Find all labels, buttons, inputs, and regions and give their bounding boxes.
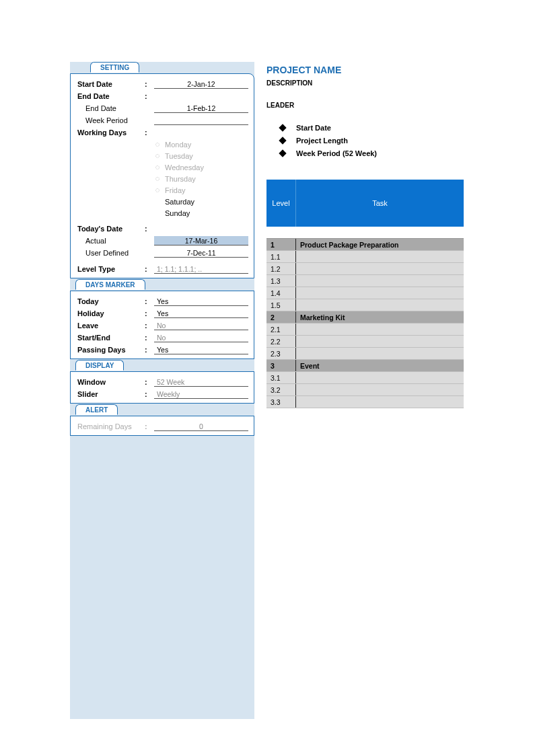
alert-remaining-field[interactable]: 0 bbox=[154, 422, 248, 431]
working-day-option[interactable]: Monday bbox=[154, 139, 248, 150]
cell-level: 3 bbox=[266, 360, 296, 371]
header-level: Level bbox=[266, 180, 296, 227]
marker-passing-field[interactable]: Yes bbox=[154, 345, 248, 354]
user-defined-field[interactable]: 7-Dec-11 bbox=[154, 248, 248, 258]
table-row[interactable]: 1.3 bbox=[266, 275, 464, 287]
tab-alert-label: ALERT bbox=[75, 404, 118, 415]
radio-icon bbox=[154, 141, 161, 148]
table-row[interactable]: 3.3 bbox=[266, 396, 464, 408]
week-period-label: Week Period bbox=[77, 116, 145, 124]
cell-task bbox=[296, 299, 464, 311]
start-date-field[interactable]: 2-Jan-12 bbox=[154, 79, 248, 89]
table-row[interactable]: 1Product Package Preparation bbox=[266, 239, 464, 251]
tab-display[interactable]: DISPLAY bbox=[70, 360, 254, 372]
cell-level: 2.3 bbox=[266, 348, 296, 359]
cell-level: 1.5 bbox=[266, 299, 296, 311]
diamond-icon bbox=[279, 124, 286, 131]
diamond-icon bbox=[279, 137, 286, 144]
tab-days-marker-label: DAYS MARKER bbox=[75, 279, 145, 290]
table-row[interactable]: 1.1 bbox=[266, 251, 464, 263]
working-day-option[interactable]: Saturday bbox=[154, 196, 248, 207]
cell-level: 2.1 bbox=[266, 324, 296, 335]
project-panel: PROJECT NAME DESCRIPTION LEADER Start Da… bbox=[266, 62, 468, 408]
marker-leave-field[interactable]: No bbox=[154, 321, 248, 330]
level-type-label: Level Type bbox=[77, 265, 145, 273]
table-row[interactable]: 1.2 bbox=[266, 263, 464, 275]
radio-icon bbox=[154, 153, 161, 159]
marker-today-field[interactable]: Yes bbox=[154, 297, 248, 306]
svg-point-4 bbox=[156, 188, 159, 192]
section-days-marker: Today : Yes Holiday : Yes Leave : No Sta… bbox=[70, 291, 254, 359]
cell-level: 1.3 bbox=[266, 275, 296, 287]
cell-task bbox=[296, 336, 464, 347]
cell-task bbox=[296, 263, 464, 274]
cell-level: 3.2 bbox=[266, 384, 296, 395]
working-day-option[interactable]: Tuesday bbox=[154, 150, 248, 161]
cell-level: 3.1 bbox=[266, 372, 296, 383]
cell-task bbox=[296, 324, 464, 335]
tab-setting[interactable]: SETTING bbox=[70, 62, 254, 74]
settings-panel: SETTING Start Date : 2-Jan-12 End Date :… bbox=[70, 62, 254, 719]
table-row[interactable]: 1.5 bbox=[266, 299, 464, 311]
cell-level: 1.4 bbox=[266, 287, 296, 299]
marker-today-label: Today bbox=[77, 297, 145, 305]
cell-task bbox=[296, 372, 464, 383]
marker-holiday-label: Holiday bbox=[77, 309, 145, 317]
user-defined-label: User Defined bbox=[77, 249, 145, 257]
display-window-label: Window bbox=[77, 378, 145, 386]
display-slider-field[interactable]: Weekly bbox=[154, 389, 248, 399]
project-name: PROJECT NAME bbox=[266, 65, 468, 75]
cell-task bbox=[296, 396, 464, 408]
table-row[interactable]: 1.4 bbox=[266, 287, 464, 299]
level-type-field[interactable]: 1; 1.1; 1.1.1; .. bbox=[154, 264, 248, 274]
cell-level: 1.1 bbox=[266, 251, 296, 262]
table-row[interactable]: 2.1 bbox=[266, 324, 464, 336]
section-setting: Start Date : 2-Jan-12 End Date : End Dat… bbox=[70, 73, 254, 278]
marker-startend-field[interactable]: No bbox=[154, 333, 248, 342]
cell-task bbox=[296, 275, 464, 287]
working-days-list: MondayTuesdayWednesdayThursdayFridaySatu… bbox=[77, 139, 248, 219]
table-row[interactable]: 2Marketing Kit bbox=[266, 311, 464, 324]
project-leader: LEADER bbox=[266, 102, 468, 109]
end-date-label: End Date bbox=[77, 104, 145, 112]
marker-holiday-field[interactable]: Yes bbox=[154, 309, 248, 318]
working-day-option[interactable]: Friday bbox=[154, 184, 248, 196]
cell-task: Event bbox=[296, 360, 464, 371]
cell-level: 2.2 bbox=[266, 336, 296, 347]
table-row[interactable]: 3Event bbox=[266, 360, 464, 372]
radio-icon bbox=[154, 176, 161, 182]
table-row[interactable]: 3.1 bbox=[266, 372, 464, 384]
cell-level: 1 bbox=[266, 239, 296, 250]
week-period-field[interactable] bbox=[154, 116, 248, 125]
working-day-option[interactable]: Wednesday bbox=[154, 161, 248, 173]
info-project-length: Project Length bbox=[280, 134, 468, 147]
section-alert: Remaining Days : 0 bbox=[70, 416, 254, 436]
cell-task: Marketing Kit bbox=[296, 311, 464, 323]
info-start-date: Start Date bbox=[280, 121, 468, 134]
tab-days-marker[interactable]: DAYS MARKER bbox=[70, 279, 254, 291]
display-slider-label: Slider bbox=[77, 390, 145, 398]
start-date-label: Start Date bbox=[77, 80, 145, 88]
cell-level: 3.3 bbox=[266, 396, 296, 408]
task-table: Level Task 1Product Package Preparation1… bbox=[266, 180, 464, 408]
cell-task bbox=[296, 251, 464, 262]
working-day-option[interactable]: Sunday bbox=[154, 207, 248, 219]
table-row[interactable]: 2.2 bbox=[266, 336, 464, 348]
end-date-group-label: End Date bbox=[77, 92, 145, 100]
working-day-option[interactable]: Thursday bbox=[154, 173, 248, 184]
svg-point-1 bbox=[156, 154, 159, 157]
tab-setting-label: SETTING bbox=[90, 62, 139, 73]
marker-leave-label: Leave bbox=[77, 322, 145, 330]
header-task: Task bbox=[296, 199, 464, 207]
marker-startend-label: Start/End bbox=[77, 334, 145, 342]
tab-alert[interactable]: ALERT bbox=[70, 404, 254, 416]
actual-date-field[interactable]: 17-Mar-16 bbox=[154, 236, 248, 245]
table-row[interactable]: 3.2 bbox=[266, 384, 464, 396]
marker-passing-label: Passing Days bbox=[77, 346, 145, 354]
table-row[interactable]: 2.3 bbox=[266, 348, 464, 360]
svg-point-3 bbox=[156, 177, 159, 180]
project-description: DESCRIPTION bbox=[266, 79, 468, 87]
cell-task bbox=[296, 287, 464, 299]
display-window-field[interactable]: 52 Week bbox=[154, 377, 248, 387]
end-date-field[interactable]: 1-Feb-12 bbox=[154, 104, 248, 113]
